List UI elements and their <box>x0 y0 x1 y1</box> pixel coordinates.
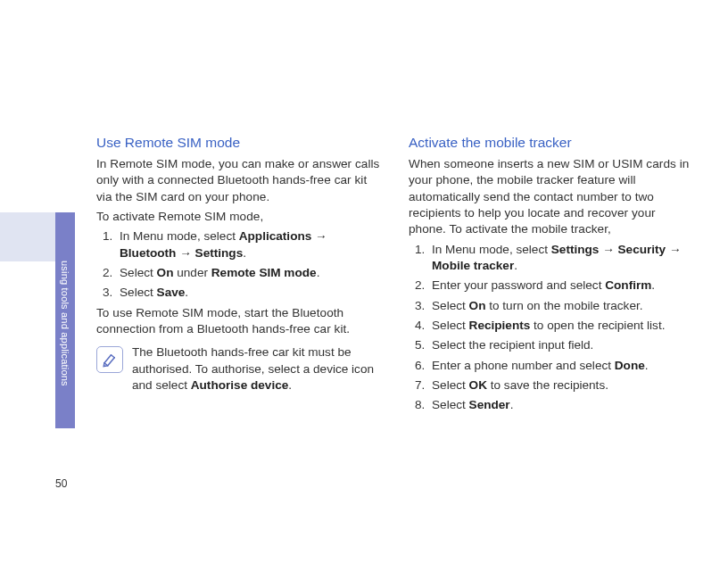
text: Enter your password and select <box>432 278 605 292</box>
text: to turn on the mobile tracker. <box>485 299 642 312</box>
bold: Done <box>615 359 645 372</box>
step-3: Select Save. <box>116 285 382 301</box>
step-7: Select OK to save the recipients. <box>428 377 694 394</box>
bold: Authorise device <box>191 378 289 392</box>
bold: Mobile tracker <box>432 259 514 272</box>
intro-mobile-tracker: When someone inserts a new SIM or USIM c… <box>409 156 694 238</box>
sidebar-accent-block <box>0 212 55 261</box>
text: In Menu mode, select <box>432 243 551 256</box>
steps-mobile-tracker: In Menu mode, select Settings → Security… <box>409 242 694 414</box>
bold: Settings <box>195 246 244 260</box>
arrow-icon: → <box>666 243 681 256</box>
section-heading-mobile-tracker: Activate the mobile tracker <box>409 134 694 153</box>
text: In Menu mode, select <box>120 229 239 243</box>
bold: Security <box>618 243 666 256</box>
text: Select <box>432 299 469 312</box>
text: to save the recipients. <box>487 378 608 392</box>
bold: Settings <box>551 243 600 256</box>
bold: Save <box>157 286 186 299</box>
text: . <box>510 398 514 411</box>
sidebar-chapter-label: using tools and applications <box>55 255 75 439</box>
text: to open the recipient list. <box>530 319 665 332</box>
text: Enter a phone number and select <box>432 359 615 372</box>
step-1: In Menu mode, select Settings → Security… <box>428 242 694 275</box>
bold: Sender <box>469 398 510 411</box>
bold: OK <box>469 378 487 392</box>
text: . <box>514 259 517 272</box>
text: . <box>243 246 246 260</box>
arrow-icon: → <box>311 229 327 243</box>
step-8: Select Sender. <box>428 397 694 413</box>
step-3: Select On to turn on the mobile tracker. <box>428 298 694 314</box>
bold: Recipients <box>469 319 531 332</box>
step-1: In Menu mode, select Applications → Blue… <box>116 228 382 261</box>
text: Select <box>120 266 157 279</box>
arrow-icon: → <box>176 246 194 260</box>
text: . <box>317 266 320 279</box>
bold: On <box>469 299 486 312</box>
text: Select <box>432 319 469 332</box>
bold: Applications <box>239 229 312 243</box>
left-column: Use Remote SIM mode In Remote SIM mode, … <box>96 134 382 418</box>
steps-remote-sim: In Menu mode, select Applications → Blue… <box>96 228 382 301</box>
step-2: Enter your password and select Confirm. <box>428 278 694 294</box>
bold: Remote SIM mode <box>211 266 317 279</box>
arrow-icon: → <box>599 243 617 256</box>
text: . <box>645 359 649 372</box>
manual-page: using tools and applications 50 Use Remo… <box>0 0 728 580</box>
text: . <box>288 378 292 392</box>
text: . <box>651 278 655 292</box>
bold: On <box>157 266 174 279</box>
note-icon <box>96 346 123 373</box>
note-box: The Bluetooth hands-free car kit must be… <box>96 344 382 394</box>
right-column: Activate the mobile tracker When someone… <box>409 134 694 418</box>
step-4: Select Recipients to open the recipient … <box>428 318 694 334</box>
text: Select <box>120 286 157 299</box>
page-number: 50 <box>55 476 67 491</box>
step-5: Select the recipient input field. <box>428 337 694 353</box>
pre-steps-remote-sim: To activate Remote SIM mode, <box>96 209 382 225</box>
text: . <box>185 286 188 299</box>
intro-remote-sim: In Remote SIM mode, you can make or answ… <box>96 156 382 205</box>
content-area: Use Remote SIM mode In Remote SIM mode, … <box>96 134 694 418</box>
text: under <box>173 266 211 279</box>
section-heading-remote-sim: Use Remote SIM mode <box>96 134 382 153</box>
bold: Confirm <box>605 278 651 292</box>
post-steps-remote-sim: To use Remote SIM mode, start the Blueto… <box>96 305 382 338</box>
step-2: Select On under Remote SIM mode. <box>116 265 382 281</box>
text: Select <box>432 398 469 411</box>
step-6: Enter a phone number and select Done. <box>428 358 694 374</box>
text: Select the recipient input field. <box>432 338 593 352</box>
note-text: The Bluetooth hands-free car kit must be… <box>132 344 382 394</box>
text: Select <box>432 378 469 392</box>
bold: Bluetooth <box>120 246 176 260</box>
